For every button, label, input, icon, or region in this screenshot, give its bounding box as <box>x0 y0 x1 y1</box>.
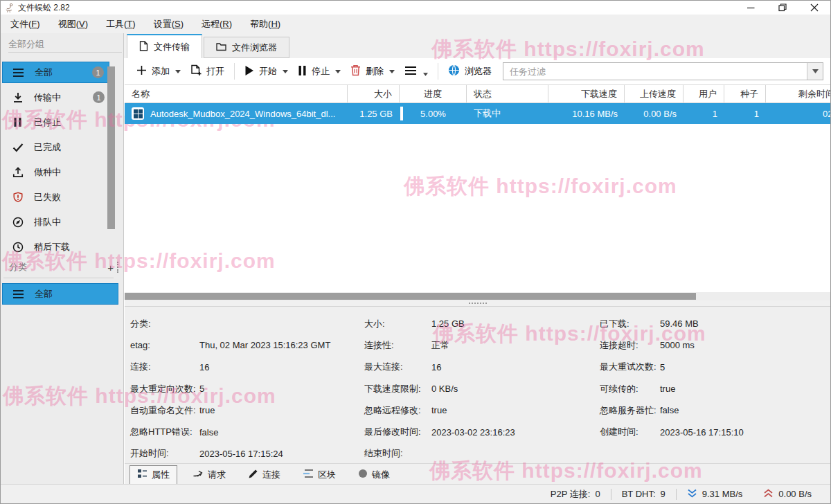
chevron-down-icon <box>335 70 341 73</box>
task-filter-input[interactable] <box>503 63 807 80</box>
detail-value: true <box>199 405 215 415</box>
toolbar-separator <box>234 63 235 80</box>
tab-connections[interactable]: 连接 <box>241 466 287 484</box>
pause-icon <box>10 117 25 127</box>
horizontal-scrollbar-thumb[interactable] <box>125 293 696 300</box>
tab-mirrors[interactable]: 镜像 <box>351 466 397 484</box>
delete-button[interactable]: 删除 <box>346 60 400 82</box>
table-header: 名称 大小 进度 状态 下载速度 上传速度 用户 种子 剩余时间 <box>125 84 830 103</box>
detail-label: 忽略HTTP错误: <box>130 426 199 438</box>
main-panel: 文件传输 文件浏览器 添加 打开 开始 <box>125 33 830 484</box>
detail-value: 2023-03-02 23:16:23 <box>431 427 515 438</box>
torrent-file-icon <box>132 107 144 120</box>
details-splitter[interactable] <box>125 300 830 306</box>
sidebar-item-queued[interactable]: 排队中 <box>2 211 109 233</box>
detail-label: 已下载: <box>600 318 660 330</box>
sidebar-category-all[interactable]: 全部 <box>2 283 118 305</box>
cell-users: 1 <box>683 103 724 124</box>
column-header-status[interactable]: 状态 <box>467 85 548 102</box>
chevron-down-icon <box>283 70 288 73</box>
sidebar-item-stopped[interactable]: 已停止 <box>2 111 109 133</box>
detail-value: true <box>431 405 447 415</box>
column-header-progress[interactable]: 进度 <box>400 85 467 102</box>
table-row-selected[interactable]: Autodesk_Mudbox_2024_Windows_64bit_dl...… <box>125 103 830 124</box>
file-icon <box>139 41 148 53</box>
browser-button[interactable]: 浏览器 <box>443 60 497 82</box>
plus-icon <box>136 65 147 78</box>
mirror-circle-icon <box>358 469 368 480</box>
detail-label: 分类: <box>130 318 199 330</box>
sidebar: 全部分组 全部 1 传输中 1 已停止 已完成 做种中 <box>1 33 124 484</box>
filter-dropdown-button[interactable] <box>807 63 823 80</box>
detail-label: 连接性: <box>364 339 431 352</box>
tab-file-browser[interactable]: 文件浏览器 <box>204 37 289 58</box>
detail-label: 忽略远程修改: <box>364 404 431 417</box>
detail-value: 0 KB/s <box>431 384 458 394</box>
check-icon <box>10 143 25 152</box>
detail-label: 最大重试次数: <box>600 361 660 373</box>
sidebar-item-transferring[interactable]: 传输中 1 <box>2 87 109 108</box>
close-button[interactable] <box>798 1 830 15</box>
column-header-name[interactable]: 名称 <box>125 85 348 102</box>
sidebar-scrollbar[interactable] <box>107 66 115 229</box>
menu-lines-icon <box>11 289 26 299</box>
bt-dht: BT DHT: 9 <box>611 489 676 499</box>
upload-tray-icon <box>10 167 25 178</box>
detail-value: 16 <box>199 362 209 372</box>
menu-lines-icon <box>11 68 26 78</box>
sidebar-item-all[interactable]: 全部 1 <box>2 62 109 83</box>
menu-tools[interactable]: 工具(T) <box>97 15 145 33</box>
minimize-button[interactable] <box>735 1 767 15</box>
menu-settings[interactable]: 设置(S) <box>145 15 193 33</box>
app-window: 文件蜈蚣 2.82 文件(F) 视图(V) 工具(T) 设置(S) 远程(R) … <box>0 0 831 504</box>
detail-label: 忽略服务器忙: <box>600 404 660 417</box>
column-header-seeds[interactable]: 种子 <box>724 85 766 102</box>
stop-button[interactable]: 停止 <box>293 61 346 82</box>
tab-blocks[interactable]: 区块 <box>296 466 343 484</box>
menu-help[interactable]: 帮助(H) <box>241 15 289 33</box>
properties-icon <box>137 469 148 480</box>
sidebar-splitter-grip[interactable] <box>117 262 118 273</box>
sidebar-item-completed[interactable]: 已完成 <box>2 136 109 158</box>
sidebar-item-download-later[interactable]: 稍后下载 <box>2 236 109 258</box>
menu-remote[interactable]: 远程(R) <box>193 15 241 33</box>
detail-value: 正常 <box>431 339 449 352</box>
sidebar-group-label: 全部分组 <box>8 36 122 53</box>
sidebar-item-seeding[interactable]: 做种中 <box>2 161 109 183</box>
pen-icon <box>248 469 258 481</box>
open-button[interactable]: 打开 <box>186 60 229 82</box>
add-category-button[interactable]: + <box>107 262 114 273</box>
details-column-1: 分类: etag:Thu, 02 Mar 2023 15:16:23 GMT 连… <box>130 313 330 463</box>
titlebar: 文件蜈蚣 2.82 <box>1 1 830 15</box>
tabstrip: 文件传输 文件浏览器 <box>124 33 830 58</box>
restore-button[interactable] <box>767 1 798 15</box>
column-header-remaining[interactable]: 剩余时间 <box>766 85 830 102</box>
column-header-up-speed[interactable]: 上传速度 <box>625 85 683 102</box>
more-menu-button[interactable] <box>400 62 433 82</box>
column-header-size[interactable]: 大小 <box>348 85 400 102</box>
tab-request[interactable]: 请求 <box>186 466 233 484</box>
menu-file[interactable]: 文件(F) <box>1 15 49 33</box>
detail-value: true <box>660 384 675 394</box>
add-button[interactable]: 添加 <box>132 61 186 82</box>
window-title: 文件蜈蚣 2.82 <box>18 2 70 14</box>
sidebar-category-list: 全部 <box>2 283 118 308</box>
trash-icon <box>350 64 361 78</box>
tab-file-transfer[interactable]: 文件传输 <box>127 34 202 58</box>
detail-label: etag: <box>130 340 199 350</box>
compass-icon <box>10 217 25 228</box>
menu-view[interactable]: 视图(V) <box>49 15 97 33</box>
chevron-down-icon <box>389 70 395 73</box>
download-icon <box>10 92 25 103</box>
column-header-users[interactable]: 用户 <box>683 85 724 102</box>
horizontal-scrollbar[interactable] <box>125 292 830 300</box>
double-chevron-down-icon <box>687 489 697 500</box>
column-header-down-speed[interactable]: 下载速度 <box>548 85 625 102</box>
start-button[interactable]: 开始 <box>240 61 293 82</box>
tab-label: 文件浏览器 <box>232 42 277 54</box>
sidebar-item-failed[interactable]: 已失败 <box>2 186 109 208</box>
detail-value: false <box>199 427 218 438</box>
clock-icon <box>10 242 25 253</box>
tab-properties[interactable]: 属性 <box>129 465 177 485</box>
task-filter <box>503 62 823 80</box>
